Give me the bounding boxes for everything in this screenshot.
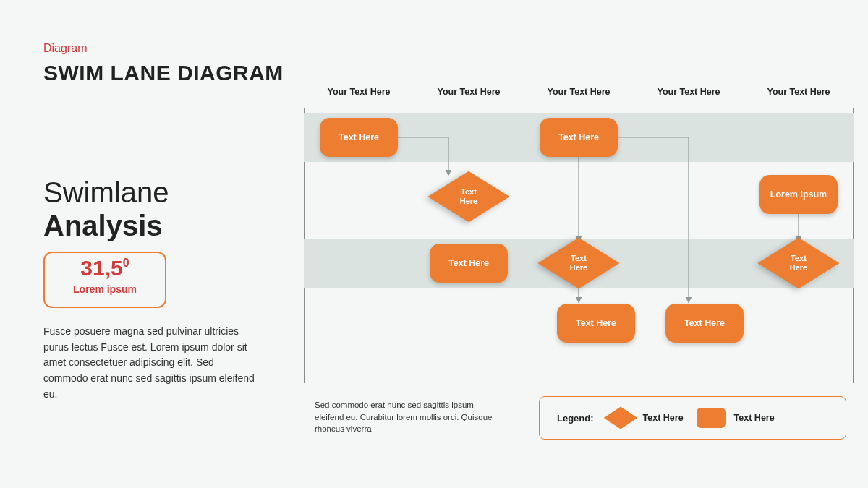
sidebar-body-text: Fusce posuere magna sed pulvinar ultrici… (43, 324, 260, 402)
process-box: Text Here (320, 118, 398, 157)
process-box: Text Here (665, 304, 744, 343)
category-label: Diagram (43, 42, 87, 55)
legend-item-diamond: Text Here (607, 410, 684, 426)
swimlane-canvas: Your Text Here Your Text Here Your Text … (304, 87, 854, 383)
decision-diamond: TextHere (540, 241, 618, 285)
decision-diamond: TextHere (430, 175, 508, 218)
metric-card: 31,50 Lorem ipsum (43, 252, 166, 308)
footer-note: Sed commodo erat nunc sed sagittis ipsum… (315, 399, 503, 435)
rect-icon (697, 408, 726, 428)
legend-item-rect: Text Here (697, 408, 775, 428)
legend-box: Legend: Text Here Text Here (539, 396, 846, 440)
legend-title: Legend: (557, 413, 594, 424)
decision-label: TextHere (760, 241, 838, 285)
legend-diamond-label: Text Here (643, 413, 684, 423)
process-box: Text Here (540, 118, 618, 157)
metric-value: 31,50 (45, 257, 165, 279)
legend-rect-label: Text Here (734, 413, 775, 423)
process-box: Lorem Ipsum (760, 175, 838, 214)
decision-diamond: TextHere (760, 241, 838, 285)
sidebar-heading-1: Swimlane (43, 176, 169, 209)
decision-label: TextHere (430, 175, 508, 218)
metric-exponent: 0 (123, 257, 129, 269)
diamond-icon (603, 406, 637, 429)
process-box: Text Here (557, 304, 635, 343)
sidebar-heading-2: Analysis (43, 210, 163, 242)
page-title: SWIM LANE DIAGRAM (43, 61, 284, 85)
decision-label: TextHere (540, 241, 618, 285)
metric-number: 31,5 (80, 256, 122, 280)
process-box: Text Here (430, 244, 508, 283)
metric-caption: Lorem ipsum (45, 283, 165, 295)
